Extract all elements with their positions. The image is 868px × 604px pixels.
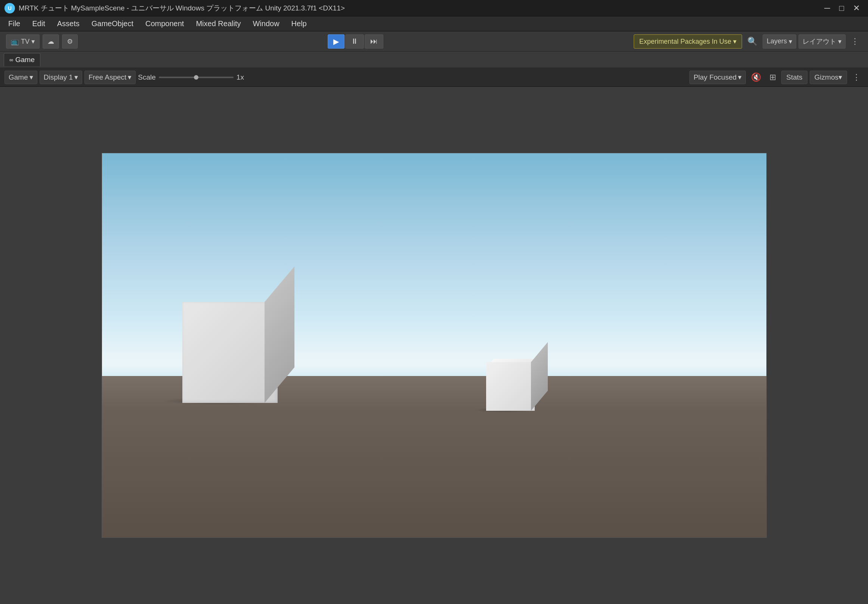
pause-icon: ⏸	[351, 37, 358, 46]
scale-slider[interactable]	[159, 77, 234, 78]
menu-bar: File Edit Assets GameObject Component Mi…	[0, 16, 868, 31]
scale-section: Scale 1x	[138, 73, 244, 81]
cloud-icon: ☁	[48, 37, 54, 46]
tab-game[interactable]: ∞ Game	[4, 53, 40, 66]
game-tab-label: Game	[16, 56, 35, 64]
menu-component[interactable]: Component	[140, 18, 189, 30]
more-options-button[interactable]: ⋮	[848, 35, 862, 48]
layout-dropdown[interactable]: レイアウト ▾	[798, 34, 846, 48]
stats-button[interactable]: Stats	[781, 71, 807, 84]
play-focused-dropdown[interactable]: Play Focused ▾	[690, 71, 746, 84]
mute-button[interactable]: 🔇	[748, 71, 764, 84]
game-dropdown[interactable]: Game ▾	[5, 71, 37, 84]
menu-assets[interactable]: Assets	[52, 18, 85, 30]
gizmos-button[interactable]: Gizmos ▾	[810, 71, 847, 84]
more-options-button[interactable]: ⋮	[849, 71, 863, 84]
more-icon: ⋮	[852, 73, 860, 82]
chevron-down-icon: ▾	[29, 73, 33, 81]
settings-icon: ⚙	[67, 37, 73, 46]
tv-dropdown-button[interactable]: 📺 TV ▾	[6, 34, 40, 48]
play-button[interactable]: ▶	[328, 34, 344, 48]
cube-large-front-face	[182, 302, 277, 403]
panel-tabs: ∞ Game	[0, 51, 868, 68]
chevron-down-icon: ▾	[738, 73, 742, 81]
mute-icon: 🔇	[751, 73, 761, 82]
chevron-down-icon: ▾	[789, 37, 792, 46]
search-button[interactable]: 🔍	[744, 35, 760, 48]
chevron-down-icon: ▾	[838, 37, 842, 46]
cube-small-side-face	[531, 342, 548, 411]
menu-mixed-reality[interactable]: Mixed Reality	[191, 18, 246, 30]
experimental-packages-button[interactable]: Experimental Packages In Use ▾	[634, 34, 742, 48]
minimize-button[interactable]: ─	[820, 3, 834, 13]
pause-button[interactable]: ⏸	[345, 34, 364, 48]
title-bar: U MRTK チュート MySampleScene - ユニバーサル Windo…	[0, 0, 868, 16]
menu-edit[interactable]: Edit	[27, 18, 50, 30]
menu-file[interactable]: File	[3, 18, 25, 30]
cube-small	[480, 351, 548, 411]
main-content: ∞ Game Game ▾ Display 1 ▾ Free Aspect ▾ …	[0, 51, 868, 604]
menu-gameobject[interactable]: GameObject	[86, 18, 139, 30]
maximize-button[interactable]: □	[835, 3, 848, 13]
cube-small-front-face	[486, 362, 535, 411]
window-controls: ─ □ ✕	[820, 3, 863, 13]
grid-icon: ⊞	[769, 73, 776, 82]
grid-button[interactable]: ⊞	[766, 71, 779, 84]
settings-button[interactable]: ⚙	[62, 34, 78, 48]
game-toolbar: Game ▾ Display 1 ▾ Free Aspect ▾ Scale 1…	[0, 68, 868, 87]
main-toolbar: 📺 TV ▾ ☁ ⚙ ▶ ⏸ ⏭ Experimental Packages I…	[0, 31, 868, 51]
play-icon: ▶	[333, 37, 339, 46]
display-dropdown[interactable]: Display 1 ▾	[40, 71, 82, 84]
cube-large	[175, 291, 294, 403]
menu-window[interactable]: Window	[247, 18, 284, 30]
tv-icon: 📺	[11, 37, 19, 46]
chevron-down-icon: ▾	[74, 73, 78, 81]
step-button[interactable]: ⏭	[365, 34, 383, 48]
aspect-dropdown[interactable]: Free Aspect ▾	[84, 71, 136, 84]
step-icon: ⏭	[370, 37, 378, 46]
chevron-down-icon: ▾	[128, 73, 132, 81]
window-title: MRTK チュート MySampleScene - ユニバーサル Windows…	[19, 3, 817, 13]
game-viewport	[102, 153, 767, 538]
more-icon: ⋮	[851, 37, 859, 46]
close-button[interactable]: ✕	[849, 3, 863, 13]
menu-help[interactable]: Help	[286, 18, 312, 30]
search-icon: 🔍	[747, 37, 757, 46]
layers-dropdown[interactable]: Layers ▾	[763, 34, 796, 48]
game-tab-icon: ∞	[9, 57, 13, 63]
chevron-down-icon: ▾	[839, 73, 842, 81]
play-controls: ▶ ⏸ ⏭	[328, 34, 383, 48]
toolbar-right: Experimental Packages In Use ▾ 🔍 Layers …	[634, 34, 862, 48]
app-icon: U	[5, 3, 15, 14]
cloud-button[interactable]: ☁	[43, 34, 59, 48]
game-viewport-container	[0, 87, 868, 604]
